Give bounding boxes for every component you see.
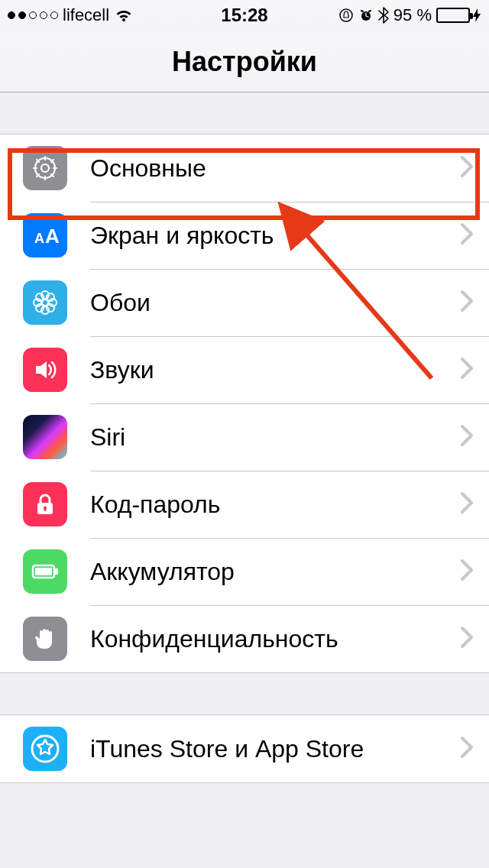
row-general[interactable]: Основные	[0, 134, 489, 202]
bluetooth-icon	[378, 7, 389, 24]
appstore-icon	[23, 727, 67, 771]
wifi-icon	[114, 8, 134, 23]
row-label: Основные	[90, 154, 460, 183]
row-label: Звуки	[90, 356, 460, 384]
row-label: Экран и яркость	[90, 222, 460, 250]
chevron-right-icon	[460, 222, 474, 248]
row-itunes-appstore[interactable]: iTunes Store и App Store	[0, 715, 489, 782]
chevron-right-icon	[460, 290, 474, 316]
chevron-right-icon	[460, 155, 474, 181]
carrier-label: lifecell	[63, 5, 109, 25]
row-privacy[interactable]: Конфиденциальность	[0, 605, 489, 672]
hand-icon	[23, 617, 67, 661]
signal-dot-icon	[29, 11, 37, 19]
group-spacer	[0, 783, 489, 824]
text-size-icon: AA	[23, 213, 67, 257]
chevron-right-icon	[460, 491, 474, 517]
svg-text:A: A	[45, 225, 60, 248]
svg-rect-20	[55, 568, 58, 575]
signal-dot-icon	[18, 11, 26, 19]
row-label: iTunes Store и App Store	[90, 735, 460, 763]
status-bar: lifecell 15:28 95 %	[0, 0, 489, 31]
chevron-right-icon	[460, 357, 474, 383]
speaker-icon	[23, 348, 67, 392]
lock-icon	[23, 482, 67, 526]
row-sounds[interactable]: Звуки	[0, 336, 489, 403]
row-label: Аккумулятор	[90, 558, 460, 586]
row-label: Siri	[90, 423, 460, 452]
flower-icon	[23, 280, 67, 325]
row-battery[interactable]: Аккумулятор	[0, 538, 489, 605]
page-title: Настройки	[0, 46, 489, 78]
status-right: 95 %	[338, 5, 481, 25]
row-passcode[interactable]: Код-пароль	[0, 471, 489, 538]
row-wallpaper[interactable]: Обои	[0, 269, 489, 336]
row-label: Конфиденциальность	[90, 625, 460, 653]
row-display[interactable]: AA Экран и яркость	[0, 202, 489, 269]
svg-point-0	[340, 9, 352, 21]
svg-rect-17	[44, 508, 46, 511]
group-spacer	[0, 673, 489, 714]
status-time: 15:28	[221, 5, 267, 26]
svg-rect-19	[35, 568, 52, 575]
settings-group-stores: iTunes Store и App Store	[0, 714, 489, 783]
signal-dot-icon	[50, 11, 58, 19]
chevron-right-icon	[460, 559, 474, 585]
charging-icon	[472, 8, 481, 23]
settings-group-main: Основные AA Экран и яркость Обои Звуки S…	[0, 134, 489, 673]
battery-icon	[436, 8, 481, 23]
signal-dot-icon	[40, 11, 47, 19]
row-label: Обои	[90, 289, 460, 317]
chevron-right-icon	[460, 626, 474, 652]
svg-text:A: A	[34, 231, 44, 246]
row-label: Код-пароль	[90, 491, 460, 519]
chevron-right-icon	[460, 736, 474, 762]
battery-row-icon	[23, 549, 67, 594]
gear-icon	[23, 146, 67, 190]
status-left: lifecell	[8, 5, 134, 25]
alarm-icon	[358, 8, 374, 23]
chevron-right-icon	[460, 424, 474, 450]
row-siri[interactable]: Siri	[0, 403, 489, 471]
siri-icon	[23, 415, 67, 459]
signal-dots	[8, 11, 58, 19]
navbar: Настройки	[0, 31, 489, 92]
orientation-lock-icon	[338, 8, 354, 23]
signal-dot-icon	[8, 11, 15, 19]
battery-percent: 95 %	[393, 5, 432, 25]
group-spacer	[0, 92, 489, 134]
svg-point-3	[41, 164, 49, 172]
